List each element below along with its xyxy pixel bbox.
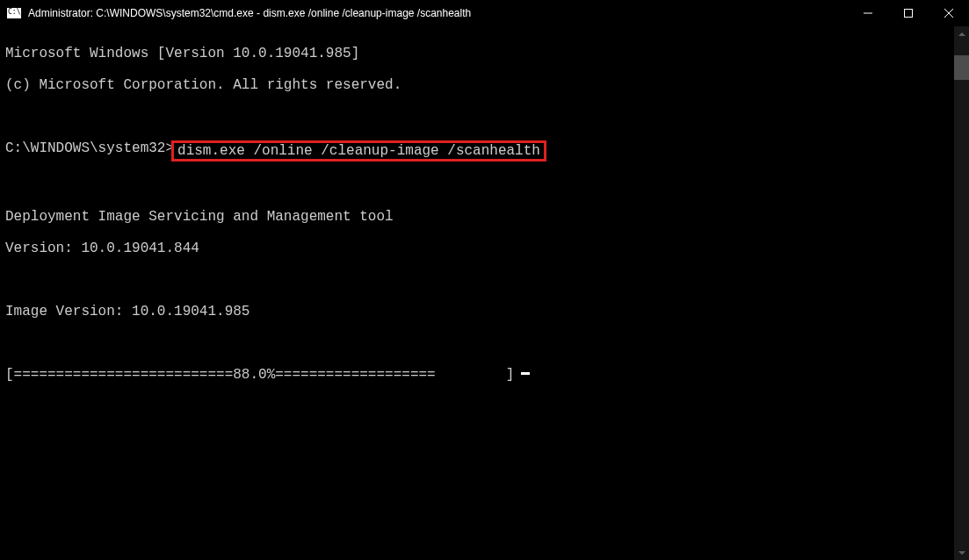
chevron-down-icon	[958, 551, 965, 555]
scroll-down-arrow[interactable]	[954, 545, 969, 560]
output-line: (c) Microsoft Corporation. All rights re…	[5, 77, 954, 93]
window-title: Administrator: C:\WINDOWS\system32\cmd.e…	[28, 7, 848, 19]
content-area: Microsoft Windows [Version 10.0.19041.98…	[0, 26, 969, 560]
output-blank	[5, 272, 954, 288]
cmd-window: Administrator: C:\WINDOWS\system32\cmd.e…	[0, 0, 969, 560]
output-line: Deployment Image Servicing and Managemen…	[5, 209, 954, 225]
close-button[interactable]	[929, 0, 969, 26]
progress-line: [==========================88.0%========…	[5, 367, 954, 383]
window-controls	[848, 0, 969, 26]
output-line: Microsoft Windows [Version 10.0.19041.98…	[5, 46, 954, 61]
output-line: Image Version: 10.0.19041.985	[5, 304, 954, 319]
scroll-up-arrow[interactable]	[954, 26, 969, 41]
svg-rect-1	[905, 10, 913, 18]
minimize-icon	[864, 9, 872, 18]
progress-bar-right: ]	[506, 367, 515, 383]
vertical-scrollbar[interactable]	[954, 26, 969, 560]
svg-marker-5	[958, 551, 965, 555]
output-line: Version: 10.0.19041.844	[5, 241, 954, 256]
minimize-button[interactable]	[848, 0, 888, 26]
progress-bar-left: [==========================88.0%========…	[5, 367, 436, 383]
cursor	[521, 372, 530, 375]
command-highlight: dism.exe /online /cleanup-image /scanhea…	[171, 140, 546, 162]
close-icon	[944, 9, 953, 18]
output-blank	[5, 335, 954, 351]
prompt-line: C:\WINDOWS\system32>dism.exe /online /cl…	[5, 140, 954, 162]
output-blank	[5, 177, 954, 193]
chevron-up-icon	[958, 32, 965, 36]
entered-command: dism.exe /online /cleanup-image /scanhea…	[177, 143, 540, 159]
scroll-track[interactable]	[954, 41, 969, 545]
cmd-icon	[7, 8, 21, 18]
maximize-icon	[904, 9, 913, 18]
svg-marker-4	[958, 32, 965, 36]
terminal-output[interactable]: Microsoft Windows [Version 10.0.19041.98…	[0, 26, 954, 560]
maximize-button[interactable]	[888, 0, 929, 26]
output-blank	[5, 109, 954, 125]
prompt-prefix: C:\WINDOWS\system32>	[5, 140, 174, 156]
titlebar[interactable]: Administrator: C:\WINDOWS\system32\cmd.e…	[0, 0, 969, 26]
scroll-thumb[interactable]	[954, 55, 969, 80]
